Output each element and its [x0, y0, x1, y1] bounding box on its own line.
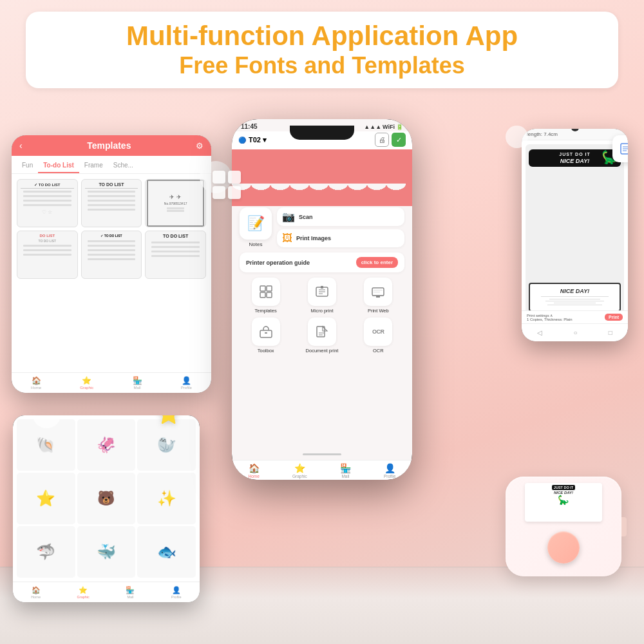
toolbox-label: Toolbox [258, 348, 274, 354]
rp-menu-icon[interactable]: □ [609, 329, 612, 336]
template-item-3[interactable]: ✈ ✈ No.9798513417 [145, 179, 206, 227]
notes-icon-box: 📝 Notes [240, 207, 272, 247]
tab-fun[interactable]: Fun [17, 160, 38, 173]
template-item-4[interactable]: DO LIST TO DO LIST [17, 231, 78, 279]
svg-rect-8 [321, 286, 323, 289]
float-sq-2 [228, 171, 241, 184]
template-item-5[interactable]: ✓ TO DO LIST [81, 231, 142, 279]
printer-body: JUST DO IT NICE DAY! 🦕 [506, 477, 621, 576]
animal-bear[interactable]: 🐻 [77, 473, 136, 524]
tab-todo[interactable]: To-do List [38, 160, 79, 173]
print-web-icon [364, 278, 392, 306]
wifi-icon: WiFi [383, 124, 395, 130]
animal-fish[interactable]: 🐟 [137, 526, 196, 578]
float-sq-3 [213, 186, 225, 199]
bottom-left-tablet-animals: ⭐ 🐚 🦑 🦭 ⭐ 🐻 ✨ 🦈 🐳 🐟 🏠Home ⭐Graphic 🏪Mall [13, 415, 200, 602]
document-print-label: Document print [306, 348, 339, 354]
tablet-bottom-nav: 🏠 Home ⭐ Graphic 🏪 Mall 👤 Profile [12, 372, 211, 393]
nav-profile[interactable]: 👤 Profile [384, 463, 395, 478]
tablet-nav-graphic[interactable]: ⭐ Graphic [80, 376, 93, 390]
svg-rect-13 [374, 292, 380, 292]
float-sq-1 [213, 171, 225, 184]
animal-whale[interactable]: 🐳 [77, 526, 136, 578]
grid-templates[interactable]: Templates [240, 278, 292, 314]
tab-schedule[interactable]: Sche... [108, 160, 138, 173]
grid-document-print[interactable]: Document print [296, 317, 348, 354]
grid-print-web[interactable]: Print Web [352, 278, 404, 314]
title-area: Multi-function Application App Free Font… [26, 12, 618, 88]
templates-grid-label: Templates [255, 308, 277, 314]
bl-nav-graphic[interactable]: ⭐Graphic [77, 586, 90, 599]
notes-icon[interactable]: 📝 [240, 207, 272, 240]
grid-ocr[interactable]: OCR OCR [352, 317, 404, 354]
scan-label: Scan [299, 214, 313, 220]
tablet-tabs: Fun To-do List Frame Sche... [12, 156, 211, 174]
phone-home-indicator [303, 453, 341, 455]
print-images-item[interactable]: 🖼 Print Images [277, 229, 404, 247]
document-print-icon [308, 317, 336, 346]
right-phone-print: length: 7.4cm JUST DO IT NICE DAY! 🦕 NIC… [522, 129, 628, 341]
svg-rect-1 [267, 286, 272, 291]
print-settings-label: Print settings ∧ [527, 313, 573, 317]
animal-star2[interactable]: ✨ [137, 473, 196, 524]
print-settings-bar: Print settings ∧ 1 Copies, Thickness: Pl… [522, 310, 628, 323]
printer-guide-text: Printer operation guide [246, 260, 310, 266]
right-phone-content: JUST DO IT NICE DAY! 🦕 NICE DAY! [522, 140, 628, 321]
printer-paper-slot: JUST DO IT NICE DAY! 🦕 [525, 483, 602, 522]
tab-frame[interactable]: Frame [79, 160, 108, 173]
template-item-2[interactable]: TO DO LIST [81, 179, 142, 227]
tablet-title: Templates [23, 140, 196, 151]
float-squares-decoration [213, 171, 241, 199]
rp-home-icon[interactable]: ○ [573, 329, 577, 336]
svg-rect-15 [265, 332, 267, 334]
grid-toolbox[interactable]: Toolbox [240, 317, 292, 354]
phone-main-content: 📝 Notes 📷 Scan 🖼 Print Images Printer [232, 194, 412, 361]
bl-nav-home[interactable]: 🏠Home [31, 586, 41, 599]
template-grid: ✓ TO DO LIST ♡ ☆ TO DO LIST [12, 174, 211, 284]
micro-print-label: Micro print [310, 308, 333, 314]
star-decoration: ⭐ [156, 415, 180, 425]
rp-back-icon[interactable]: ◁ [537, 329, 542, 336]
tablet-nav-profile[interactable]: 👤 Profile [181, 376, 192, 390]
nav-home[interactable]: 🏠 Home [249, 463, 260, 478]
tablet-nav-mall[interactable]: 🏪 Mall [133, 376, 142, 390]
grid-micro-print[interactable]: Micro print [296, 278, 348, 314]
bubble-deco-2 [506, 126, 528, 148]
tablet-nav-home[interactable]: 🏠 Home [31, 376, 41, 390]
animal-seal[interactable]: 🦭 [137, 419, 196, 471]
phone-print-icon[interactable]: 🖨 [375, 133, 389, 147]
animal-shark[interactable]: 🦈 [17, 526, 75, 578]
nav-graphic[interactable]: ⭐ Graphic [292, 463, 307, 478]
phone-time: 11:45 [241, 123, 258, 130]
printer-side-button[interactable] [621, 517, 627, 536]
animal-starfish[interactable]: ⭐ [17, 473, 75, 524]
svg-rect-0 [260, 286, 265, 291]
bl-nav-profile[interactable]: 👤Profile [171, 586, 182, 599]
printer-power-button[interactable] [547, 531, 580, 564]
bl-nav-mall[interactable]: 🏪Mall [126, 586, 135, 599]
scan-item[interactable]: 📷 Scan [277, 207, 404, 226]
nav-mall[interactable]: 🏪 Mall [340, 463, 351, 478]
print-images-icon: 🖼 [282, 232, 292, 244]
scan-print-column: 📷 Scan 🖼 Print Images [277, 207, 404, 247]
main-title: Multi-function Application App [39, 21, 605, 52]
phone-cloud-header [232, 149, 412, 194]
print-button[interactable]: Print [605, 314, 623, 321]
ocr-icon: OCR [364, 317, 392, 346]
printer-guide-button[interactable]: click to enter [356, 257, 398, 268]
animal-squid[interactable]: 🦑 [77, 419, 136, 471]
tablet-settings-icon[interactable]: ⚙ [196, 141, 204, 151]
print-web-label: Print Web [368, 308, 389, 314]
svg-rect-3 [267, 292, 272, 298]
micro-print-icon [308, 278, 336, 306]
template-item-6[interactable]: TO DO LIST [145, 231, 206, 279]
tablet-header: ‹ Templates ⚙ [12, 135, 211, 156]
bl-tablet-screen: 🐚 🦑 🦭 ⭐ 🐻 ✨ 🦈 🐳 🐟 🏠Home ⭐Graphic 🏪Mall 👤… [13, 415, 200, 602]
ocr-label: OCR [373, 348, 384, 354]
template-item-1[interactable]: ✓ TO DO LIST ♡ ☆ [17, 179, 78, 227]
phone-check-icon[interactable]: ✓ [392, 133, 406, 147]
print-settings-detail: 1 Copies, Thickness: Plain [527, 317, 573, 321]
signal-icon: ▲▲▲ [364, 124, 381, 130]
app-grid: Templates Micro print [240, 278, 404, 354]
animal-grid: 🐚 🦑 🦭 ⭐ 🐻 ✨ 🦈 🐳 🐟 [13, 415, 200, 582]
